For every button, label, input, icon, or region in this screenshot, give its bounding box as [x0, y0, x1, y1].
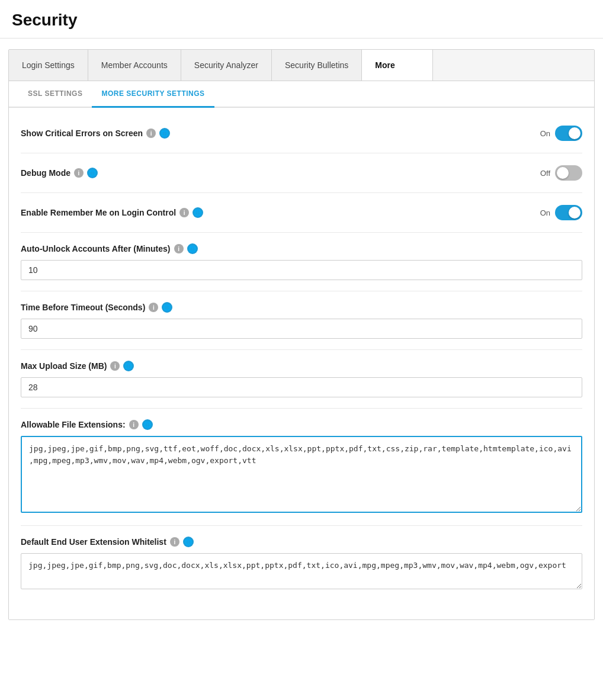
show-critical-errors-info-icon[interactable]: i	[146, 129, 156, 138]
whitelist-label-group: Default End User Extension Whitelist i 🌐	[21, 537, 582, 547]
debug-mode-info-icon[interactable]: i	[74, 168, 84, 178]
max-upload-label: Max Upload Size (MB)	[21, 361, 107, 371]
tab-member-accounts[interactable]: Member Accounts	[88, 50, 181, 81]
timeout-info-icon[interactable]: i	[149, 303, 158, 312]
auto-unlock-input[interactable]	[21, 260, 582, 280]
show-critical-errors-state: On	[540, 129, 550, 138]
tab-bar: Login Settings Member Accounts Security …	[9, 50, 594, 81]
timeout-label: Time Before Timeout (Seconds)	[21, 303, 145, 312]
remember-me-info-icon[interactable]: i	[179, 208, 189, 217]
tab-login-settings[interactable]: Login Settings	[9, 50, 88, 81]
debug-mode-toggle-wrapper: Off	[540, 165, 582, 181]
max-upload-info-icon[interactable]: i	[110, 361, 120, 371]
main-container: Login Settings Member Accounts Security …	[8, 49, 595, 620]
remember-me-toggle-wrapper: On	[540, 205, 582, 220]
show-critical-errors-toggle[interactable]	[555, 126, 582, 141]
sub-tab-ssl-settings[interactable]: SSL SETTINGS	[18, 81, 92, 108]
auto-unlock-info-icon[interactable]: i	[174, 244, 184, 253]
remember-me-label-group: Enable Remember Me on Login Control i 🌐	[21, 207, 203, 218]
tab-security-analyzer[interactable]: Security Analyzer	[181, 50, 272, 81]
settings-content: Show Critical Errors on Screen i 🌐 On De…	[9, 108, 594, 619]
whitelist-info-icon[interactable]: i	[170, 537, 179, 547]
debug-mode-state: Off	[540, 169, 550, 178]
debug-mode-toggle[interactable]	[555, 165, 582, 181]
max-upload-input[interactable]	[21, 377, 582, 397]
allowable-extensions-textarea[interactable]	[21, 436, 582, 513]
allowable-extensions-row: Allowable File Extensions: i 🌐	[21, 409, 582, 526]
show-critical-errors-globe-icon[interactable]: 🌐	[159, 128, 170, 139]
show-critical-errors-row: Show Critical Errors on Screen i 🌐 On	[21, 114, 582, 153]
auto-unlock-label: Auto-Unlock Accounts After (Minutes)	[21, 244, 171, 253]
timeout-input[interactable]	[21, 319, 582, 339]
allowable-extensions-label: Allowable File Extensions:	[21, 420, 126, 429]
tab-more[interactable]: More	[362, 50, 433, 81]
whitelist-label: Default End User Extension Whitelist	[21, 537, 166, 547]
page-header: Security	[0, 0, 603, 38]
remember-me-globe-icon[interactable]: 🌐	[193, 207, 203, 218]
debug-mode-label-group: Debug Mode i 🌐	[21, 168, 98, 178]
show-critical-errors-label-group: Show Critical Errors on Screen i 🌐	[21, 128, 170, 139]
tab-security-bulletins[interactable]: Security Bulletins	[272, 50, 362, 81]
remember-me-toggle[interactable]	[555, 205, 582, 220]
sub-tab-more-security-settings[interactable]: MORE SECURITY SETTINGS	[92, 81, 214, 108]
max-upload-label-group: Max Upload Size (MB) i 🌐	[21, 361, 582, 371]
max-upload-row: Max Upload Size (MB) i 🌐	[21, 350, 582, 409]
debug-mode-globe-icon[interactable]: 🌐	[87, 168, 98, 178]
sub-tab-bar: SSL SETTINGS MORE SECURITY SETTINGS	[9, 81, 594, 108]
whitelist-row: Default End User Extension Whitelist i 🌐	[21, 526, 582, 602]
allowable-extensions-label-group: Allowable File Extensions: i 🌐	[21, 419, 582, 430]
max-upload-globe-icon[interactable]: 🌐	[123, 361, 134, 371]
whitelist-globe-icon[interactable]: 🌐	[183, 537, 194, 547]
auto-unlock-label-group: Auto-Unlock Accounts After (Minutes) i 🌐	[21, 243, 582, 254]
debug-mode-row: Debug Mode i 🌐 Off	[21, 153, 582, 193]
timeout-globe-icon[interactable]: 🌐	[162, 302, 172, 313]
page-title: Security	[12, 11, 591, 30]
timeout-row: Time Before Timeout (Seconds) i 🌐	[21, 291, 582, 350]
whitelist-textarea[interactable]	[21, 553, 582, 589]
remember-me-state: On	[540, 208, 550, 217]
debug-mode-label: Debug Mode	[21, 168, 70, 178]
allowable-extensions-globe-icon[interactable]: 🌐	[142, 419, 153, 430]
show-critical-errors-toggle-wrapper: On	[540, 126, 582, 141]
auto-unlock-row: Auto-Unlock Accounts After (Minutes) i 🌐	[21, 233, 582, 291]
remember-me-row: Enable Remember Me on Login Control i 🌐 …	[21, 193, 582, 233]
show-critical-errors-label: Show Critical Errors on Screen	[21, 129, 143, 138]
remember-me-label: Enable Remember Me on Login Control	[21, 208, 176, 217]
auto-unlock-globe-icon[interactable]: 🌐	[187, 243, 198, 254]
allowable-extensions-info-icon[interactable]: i	[129, 420, 139, 429]
timeout-label-group: Time Before Timeout (Seconds) i 🌐	[21, 302, 582, 313]
